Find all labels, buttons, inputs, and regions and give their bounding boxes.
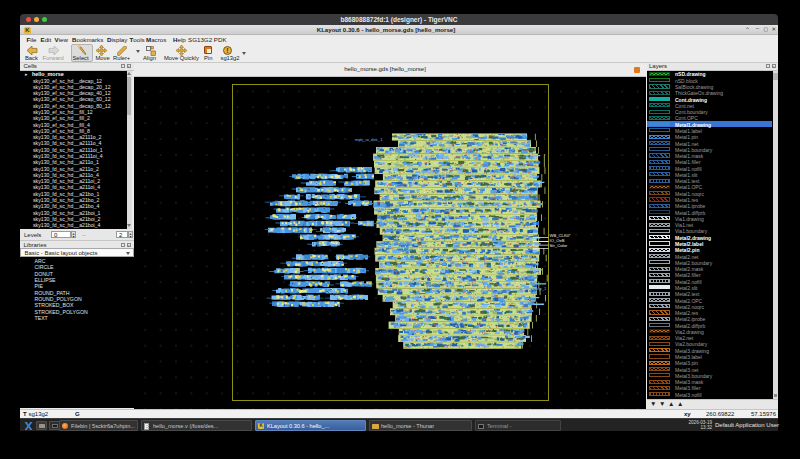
svg-text:_2input(s)otp_1: _2input(s)otp_1 <box>515 285 547 290</box>
svg-text:mprj_io_dec_1: mprj_io_dec_1 <box>355 136 383 141</box>
svg-text:IO_OeB: IO_OeB <box>550 237 565 242</box>
svg-text:Str_Color: Str_Color <box>550 243 568 248</box>
